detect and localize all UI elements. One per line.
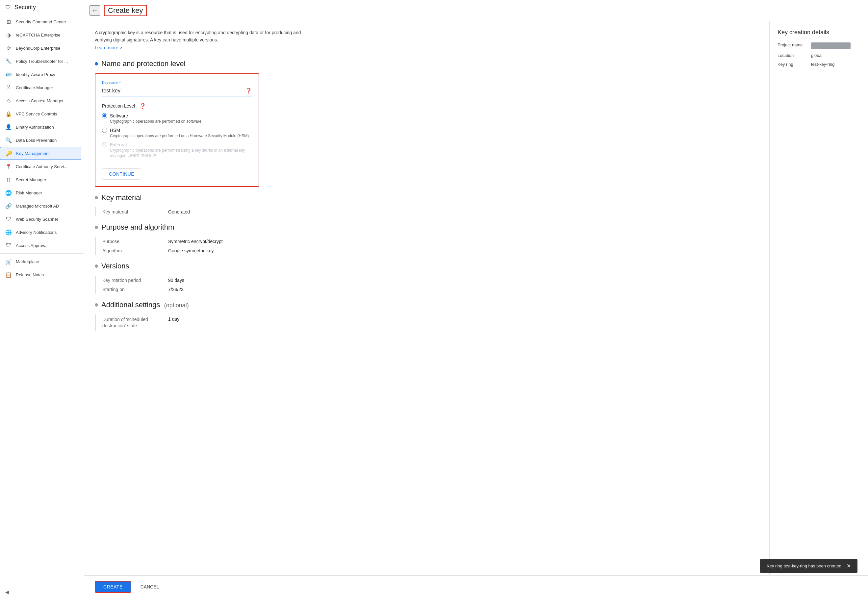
vpc-icon: 🔒	[5, 111, 12, 117]
sidebar-item-policy-troubleshooter[interactable]: 🔧 Policy Troubleshooter for ...	[0, 55, 81, 68]
panel-location-label: Location	[778, 53, 807, 58]
section-name-protection: Name and protection level Key name * ❓	[95, 60, 759, 187]
radio-option-hsm: HSM Cryptographic operations are perform…	[102, 128, 252, 138]
external-ext-icon: ↗	[152, 152, 156, 158]
sidebar-item-recaptcha-enterprise[interactable]: ◑ reCAPTCHA Enterprise	[0, 28, 81, 42]
key-name-field-container: Key name * ❓	[102, 81, 252, 96]
algorithm-value: Google symmetric key	[168, 248, 214, 253]
collapse-sidebar-button[interactable]: ◀	[0, 586, 84, 598]
panel-location-value: global	[811, 53, 823, 58]
sidebar-bottom: ◀	[0, 586, 84, 598]
radio-label-software[interactable]: Software	[110, 113, 128, 118]
sidebar-item-access-approval[interactable]: 🛡 Access Approval	[0, 239, 81, 252]
radio-option-external: External Cryptographic operations are pe…	[102, 142, 252, 158]
key-icon: 🔑	[6, 150, 12, 157]
collapse-icon: ◀	[5, 589, 9, 595]
sidebar-title: Security	[15, 4, 36, 11]
radio-hsm[interactable]	[102, 128, 107, 133]
sidebar-item-marketplace[interactable]: 🛒 Marketplace	[0, 255, 81, 268]
rotation-period-label: Key rotation period	[102, 278, 155, 283]
marketplace-icon: 🛒	[5, 258, 12, 265]
continue-button[interactable]: CONTINUE	[102, 168, 141, 179]
key-name-input[interactable]	[102, 87, 243, 94]
starting-on-value: 7/24/23	[168, 287, 184, 292]
sidebar-item-advisory-notifications[interactable]: 🌐 Advisory Notifications	[0, 226, 81, 239]
sidebar-item-beyondcorp-enterprise[interactable]: ⟳ BeyondCorp Enterprise	[0, 42, 81, 55]
content-area: A cryptographic key is a resource that i…	[84, 21, 868, 575]
enterprise-icon: ⟳	[5, 45, 12, 51]
radio-external[interactable]	[102, 142, 107, 147]
action-bar: CREATE CANCEL Key ring test-key-ring has…	[84, 575, 868, 598]
policy-icon: 🔧	[5, 58, 12, 64]
section-header-versions: Versions	[95, 262, 292, 271]
versions-details: Key rotation period 90 days Starting on …	[95, 276, 292, 294]
sidebar: Security ⊞ Security Command Center ◑ reC…	[0, 0, 84, 598]
sidebar-item-security-command-center[interactable]: ⊞ Security Command Center	[0, 15, 81, 28]
dataloss-icon: 🔍	[5, 137, 12, 144]
secret-icon: [·]	[5, 176, 12, 183]
section-title-name-protection: Name and protection level	[101, 60, 186, 68]
sidebar-item-secret-manager[interactable]: [·] Secret Manager	[0, 173, 81, 186]
section-title-additional: Additional settings (optional)	[101, 300, 189, 309]
radio-label-hsm[interactable]: HSM	[110, 128, 120, 133]
toast-message: Key ring test-key-ring has been created	[767, 564, 841, 568]
protection-help-icon[interactable]: ❓	[139, 103, 146, 109]
section-title-key-material: Key material	[101, 193, 142, 202]
cert-icon: 🎖	[5, 84, 12, 91]
proxy-icon: 🪪	[5, 71, 12, 78]
form-area: A cryptographic key is a resource that i…	[84, 21, 769, 575]
radio-row-software: Software	[102, 113, 252, 118]
section-header-key-material: Key material	[95, 193, 292, 202]
back-button[interactable]: ←	[90, 5, 100, 16]
algorithm-row: Algorithm Google symmetric key	[102, 246, 292, 255]
section-dot-versions	[95, 265, 98, 268]
destruction-state-value: 1 day	[168, 317, 179, 322]
section-header-name-protection: Name and protection level	[95, 60, 759, 68]
sidebar-item-binary-authorization[interactable]: 👤 Binary Authorization	[0, 120, 81, 133]
toast-close-button[interactable]: ✕	[847, 563, 851, 569]
advisory-icon: 🌐	[5, 229, 12, 236]
create-button[interactable]: CREATE	[95, 581, 131, 593]
cancel-button[interactable]: CANCEL	[135, 582, 165, 592]
sidebar-header: Security	[0, 0, 84, 15]
protection-level-label: Protection Level ❓	[102, 103, 252, 109]
key-name-input-wrapper: ❓	[102, 86, 252, 96]
radio-row-hsm: HSM	[102, 128, 252, 133]
msad-icon: 🔗	[5, 203, 12, 209]
sidebar-item-data-loss-prevention[interactable]: 🔍 Data Loss Prevention	[0, 133, 81, 147]
page-title: Create key	[104, 5, 147, 16]
radio-desc-external: Cryptographic operations are performed u…	[110, 148, 252, 158]
intro-learn-more-link[interactable]: Learn more ↗	[95, 45, 123, 50]
right-panel: Key creation details Project name Locati…	[769, 21, 868, 575]
section-dot-key-material	[95, 196, 98, 199]
key-name-help-icon[interactable]: ❓	[245, 88, 252, 94]
sidebar-item-web-security-scanner[interactable]: 🛡 Web Security Scanner	[0, 212, 81, 226]
shield-icon	[5, 4, 11, 11]
radio-software[interactable]	[102, 113, 107, 118]
sidebar-item-release-notes[interactable]: 📋 Release Notes	[0, 268, 81, 281]
sidebar-item-access-context-manager[interactable]: ◇ Access Context Manager	[0, 94, 81, 107]
protection-level-section: Protection Level ❓ Software Cryptographi…	[102, 103, 252, 158]
sidebar-item-identity-aware-proxy[interactable]: 🪪 Identity-Aware Proxy	[0, 68, 81, 81]
main-content: ← Create key A cryptographic key is a re…	[84, 0, 868, 598]
radio-label-external[interactable]: External	[110, 142, 127, 147]
radio-desc-software: Cryptographic operations are performed o…	[110, 119, 252, 124]
panel-keyring-label: Key ring	[778, 62, 807, 67]
panel-title: Key creation details	[778, 29, 860, 36]
starting-on-label: Starting on	[102, 287, 155, 292]
sidebar-item-certificate-manager[interactable]: 🎖 Certificate Manager	[0, 81, 81, 94]
section-dot-name-protection	[95, 62, 98, 66]
sidebar-item-certificate-authority[interactable]: 📍 Certificate Authority Servi...	[0, 160, 81, 173]
approval-icon: 🛡	[5, 242, 12, 249]
section-key-material: Key material Key material Generated	[95, 193, 292, 217]
sidebar-item-key-management[interactable]: 🔑 Key Management	[0, 147, 81, 160]
sidebar-item-risk-manager[interactable]: 🌐 Risk Manager	[0, 186, 81, 199]
sidebar-item-vpc-service-controls[interactable]: 🔒 VPC Service Controls	[0, 107, 81, 120]
starting-on-row: Starting on 7/24/23	[102, 285, 292, 294]
section-title-purpose: Purpose and algorithm	[101, 223, 174, 232]
panel-keyring-value: test-key-ring	[811, 62, 835, 67]
external-learn-more-link: Learn more ↗	[127, 152, 156, 158]
purpose-label: Purpose	[102, 239, 155, 244]
binary-icon: 👤	[5, 124, 12, 130]
sidebar-item-managed-microsoft-ad[interactable]: 🔗 Managed Microsoft AD	[0, 199, 81, 212]
